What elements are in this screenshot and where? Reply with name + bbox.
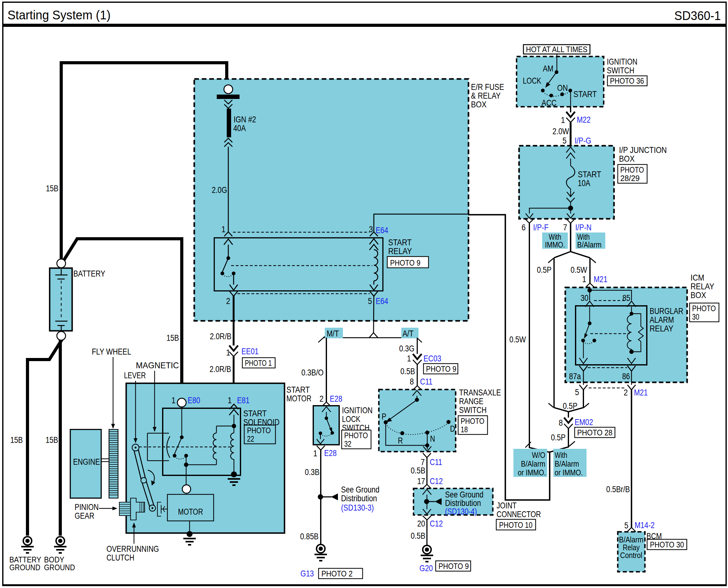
svg-text:LOCK: LOCK [342, 414, 360, 424]
svg-text:0.3B/O: 0.3B/O [301, 368, 324, 377]
svg-text:EE01: EE01 [241, 346, 259, 356]
svg-text:MAGNETIC: MAGNETIC [136, 360, 179, 370]
svg-text:or IMMO.: or IMMO. [518, 468, 546, 477]
svg-text:BOX: BOX [471, 100, 487, 109]
svg-text:BOX: BOX [619, 154, 634, 164]
svg-text:PHOTO: PHOTO [620, 165, 644, 174]
svg-text:2.0G: 2.0G [212, 185, 227, 195]
svg-text:1: 1 [226, 348, 230, 357]
svg-text:C12: C12 [430, 476, 443, 486]
svg-text:PHOTO 9: PHOTO 9 [439, 562, 469, 571]
svg-text:CLUTCH: CLUTCH [106, 553, 134, 562]
svg-text:15B: 15B [46, 435, 58, 445]
svg-text:15B: 15B [46, 184, 58, 193]
svg-text:0.5B: 0.5B [411, 531, 425, 541]
svg-text:0.5B: 0.5B [411, 466, 425, 475]
svg-text:3: 3 [369, 225, 373, 234]
svg-text:Starting System (1): Starting System (1) [7, 8, 110, 22]
svg-text:10A: 10A [578, 178, 590, 188]
svg-text:TRANSAXLE: TRANSAXLE [459, 387, 501, 397]
svg-text:I/P-F: I/P-F [533, 223, 548, 232]
svg-text:2: 2 [320, 394, 324, 403]
svg-text:5: 5 [624, 521, 628, 530]
svg-text:30: 30 [581, 293, 588, 303]
svg-text:RELAY: RELAY [650, 324, 673, 333]
svg-text:IGNITION: IGNITION [607, 57, 638, 66]
svg-text:E64: E64 [376, 225, 388, 235]
svg-text:P: P [382, 412, 386, 421]
svg-text:1: 1 [221, 225, 225, 234]
svg-text:With: With [555, 450, 567, 460]
svg-text:15B: 15B [166, 333, 179, 343]
svg-text:86: 86 [622, 372, 630, 381]
svg-text:START: START [286, 385, 310, 395]
svg-text:LEVER: LEVER [124, 371, 146, 380]
svg-text:I/P-G: I/P-G [575, 136, 591, 145]
svg-text:E28: E28 [324, 448, 337, 458]
svg-text:1: 1 [313, 448, 317, 458]
svg-text:M/T: M/T [327, 329, 339, 338]
svg-text:PHOTO 9: PHOTO 9 [426, 364, 456, 374]
svg-text:START: START [578, 169, 601, 179]
svg-text:PHOTO 10: PHOTO 10 [499, 520, 532, 530]
svg-text:I/P JUNCTION: I/P JUNCTION [619, 145, 667, 155]
svg-text:IGN #2: IGN #2 [234, 114, 256, 124]
svg-text:ACC: ACC [542, 98, 557, 108]
svg-text:0.5W: 0.5W [571, 265, 587, 275]
svg-text:2: 2 [226, 296, 230, 306]
svg-text:1: 1 [561, 115, 565, 125]
svg-text:2.0R/B: 2.0R/B [209, 364, 231, 374]
svg-text:PHOTO 36: PHOTO 36 [610, 76, 644, 85]
svg-text:ON: ON [557, 83, 568, 93]
svg-text:0.5P: 0.5P [551, 433, 566, 442]
svg-text:Distribution: Distribution [341, 493, 377, 503]
svg-text:0.5W: 0.5W [509, 335, 526, 344]
svg-text:SWITCH: SWITCH [459, 405, 487, 415]
svg-text:7: 7 [563, 223, 567, 232]
svg-text:BURGLAR: BURGLAR [650, 306, 683, 316]
svg-text:LOCK: LOCK [523, 76, 541, 85]
svg-text:PHOTO: PHOTO [247, 426, 271, 435]
svg-text:CONNECTOR: CONNECTOR [497, 509, 541, 519]
svg-text:Control: Control [620, 550, 643, 560]
svg-text:2.0W: 2.0W [552, 126, 569, 136]
svg-text:AM: AM [543, 64, 553, 74]
svg-text:2.0R/B: 2.0R/B [210, 332, 231, 341]
svg-text:START: START [243, 408, 267, 418]
svg-text:D: D [450, 424, 455, 434]
svg-text:BATTERY: BATTERY [74, 269, 105, 278]
svg-text:PINION: PINION [75, 502, 99, 512]
svg-text:B/Alarm: B/Alarm [521, 459, 545, 468]
svg-text:A/T: A/T [403, 329, 413, 338]
svg-text:18: 18 [461, 425, 468, 434]
svg-text:START: START [388, 237, 412, 247]
svg-text:B/Alarm: B/Alarm [577, 240, 602, 249]
svg-text:22: 22 [247, 434, 254, 443]
svg-text:GROUND: GROUND [9, 563, 40, 572]
svg-text:15B: 15B [10, 435, 23, 445]
svg-text:30: 30 [692, 312, 699, 321]
svg-text:SWITCH: SWITCH [607, 66, 634, 75]
svg-text:28/29: 28/29 [620, 173, 640, 183]
svg-text:(SD130-3): (SD130-3) [341, 503, 374, 512]
svg-text:2: 2 [624, 387, 628, 397]
svg-text:RELAY: RELAY [388, 246, 412, 256]
svg-text:PHOTO 2: PHOTO 2 [321, 569, 352, 578]
svg-text:ICM: ICM [690, 273, 704, 282]
svg-text:IMMO.: IMMO. [545, 240, 565, 249]
svg-text:GEAR: GEAR [75, 511, 94, 521]
svg-text:M21: M21 [594, 274, 607, 284]
svg-text:See Ground: See Ground [341, 485, 380, 495]
svg-text:BOX: BOX [690, 290, 706, 300]
svg-text:5: 5 [563, 136, 567, 145]
svg-text:W/O: W/O [532, 450, 545, 460]
svg-text:R: R [398, 436, 403, 445]
svg-text:0.85B: 0.85B [300, 531, 319, 541]
svg-text:M22: M22 [577, 115, 591, 125]
svg-text:PHOTO: PHOTO [461, 416, 484, 426]
svg-text:GROUND: GROUND [44, 563, 75, 572]
svg-text:ALARM: ALARM [650, 315, 674, 324]
svg-text:C11: C11 [430, 457, 442, 467]
svg-text:1: 1 [171, 395, 176, 405]
svg-text:8: 8 [410, 377, 414, 386]
